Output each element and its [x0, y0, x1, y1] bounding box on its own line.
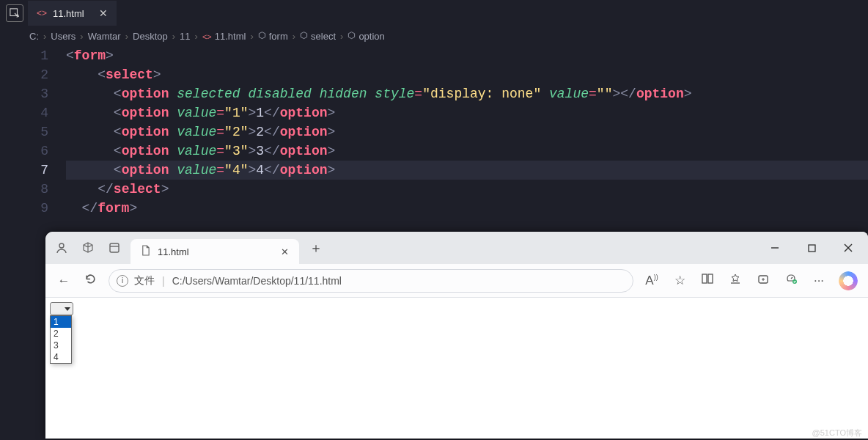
browser-toolbar: ← i 文件 | C:/Users/Wamtar/Desktop/11/11.h…	[45, 264, 868, 298]
breadcrumb-segment[interactable]: 11.html	[215, 31, 246, 42]
editor-tab-label: 11.html	[53, 8, 84, 19]
svg-rect-8	[702, 274, 707, 283]
chevron-right-icon: ›	[42, 31, 48, 42]
performance-icon[interactable]	[783, 273, 799, 288]
chevron-right-icon: ›	[291, 31, 297, 42]
line-gutter: 123456789	[0, 46, 66, 218]
address-prefix: 文件	[134, 274, 155, 287]
chevron-right-icon: ›	[171, 31, 177, 42]
panel-icon[interactable]	[104, 238, 125, 258]
browser-tab-active[interactable]: 11.html ✕	[130, 239, 299, 264]
favorites-bar-icon[interactable]	[727, 273, 743, 288]
code-line[interactable]: </select>	[66, 180, 868, 199]
editor-tab-bar: <> 11.html ✕	[0, 0, 868, 26]
breadcrumb-segment[interactable]: C:	[29, 31, 39, 42]
code-line[interactable]: <option selected disabled hidden style="…	[66, 84, 868, 103]
code-line[interactable]: <select>	[66, 65, 868, 84]
code-editor[interactable]: 123456789 <form> <select> <option select…	[0, 46, 868, 218]
breadcrumb-segment[interactable]: option	[358, 31, 384, 42]
cube-icon[interactable]	[78, 238, 98, 258]
editor-tab-active[interactable]: <> 11.html ✕	[28, 1, 117, 26]
chevron-right-icon: ›	[124, 31, 130, 42]
split-icon[interactable]	[699, 273, 716, 288]
chevron-right-icon: ›	[194, 31, 199, 42]
svg-rect-5	[809, 245, 815, 252]
collections-icon[interactable]	[755, 273, 771, 288]
maximize-button[interactable]	[796, 237, 827, 259]
close-window-button[interactable]	[833, 237, 864, 259]
code-line[interactable]: <option value="1">1</option>	[66, 103, 868, 122]
inspect-icon[interactable]	[6, 4, 23, 22]
code-line[interactable]: <option value="4">4</option>	[66, 161, 868, 180]
element-icon	[347, 32, 356, 41]
watermark: @51CTO博客	[812, 428, 862, 439]
refresh-button[interactable]	[82, 273, 98, 289]
breadcrumb[interactable]: C: › Users › Wamtar › Desktop › 11 › <> …	[0, 26, 868, 46]
address-path: C:/Users/Wamtar/Desktop/11/11.html	[172, 275, 342, 287]
chevron-right-icon: ›	[339, 31, 345, 42]
chevron-right-icon: ›	[78, 31, 84, 42]
select-element[interactable]	[50, 302, 73, 315]
select-option[interactable]: 1	[51, 316, 71, 328]
select-option[interactable]: 2	[51, 328, 71, 340]
select-dropdown[interactable]: 1234	[50, 315, 72, 364]
html-file-icon: <>	[37, 8, 47, 18]
browser-tab-title: 11.html	[158, 246, 189, 257]
close-icon[interactable]: ✕	[281, 246, 289, 257]
element-icon	[300, 32, 308, 41]
back-button[interactable]: ←	[56, 274, 72, 288]
breadcrumb-segment[interactable]: Desktop	[133, 31, 168, 42]
favorite-icon[interactable]: ☆	[672, 273, 688, 288]
new-tab-button[interactable]: ＋	[305, 239, 327, 257]
html-file-icon: <>	[202, 32, 212, 41]
code-line[interactable]: <form>	[66, 46, 868, 65]
breadcrumb-segment[interactable]: 11	[180, 31, 190, 42]
browser-window: 11.html ✕ ＋ ← i 文件 | C:/Users/Wamtar/Des…	[45, 232, 868, 439]
code-line[interactable]: <option value="3">3</option>	[66, 142, 868, 161]
page-icon	[141, 245, 150, 258]
copilot-icon[interactable]	[839, 271, 858, 290]
svg-rect-2	[110, 243, 119, 252]
breadcrumb-segment[interactable]: Wamtar	[88, 31, 121, 42]
svg-rect-9	[708, 274, 713, 283]
chevron-right-icon: ›	[249, 31, 254, 42]
more-icon[interactable]: ···	[811, 274, 827, 288]
profile-icon[interactable]	[51, 238, 72, 258]
code-content[interactable]: <form> <select> <option selected disable…	[66, 46, 868, 218]
breadcrumb-segment[interactable]: form	[269, 31, 288, 42]
breadcrumb-segment[interactable]: select	[311, 31, 336, 42]
info-icon[interactable]: i	[117, 275, 128, 287]
read-aloud-icon[interactable]: A))	[644, 274, 660, 288]
code-line[interactable]: </form>	[66, 199, 868, 218]
svg-point-1	[59, 243, 64, 248]
browser-viewport: 1234	[45, 298, 868, 439]
address-bar[interactable]: i 文件 | C:/Users/Wamtar/Desktop/11/11.htm…	[108, 269, 633, 293]
minimize-button[interactable]	[760, 237, 790, 259]
code-line[interactable]: <option value="2">2</option>	[66, 122, 868, 142]
browser-tabstrip: 11.html ✕ ＋	[45, 232, 868, 264]
select-option[interactable]: 4	[51, 351, 71, 363]
close-icon[interactable]: ✕	[99, 7, 108, 19]
window-controls	[760, 232, 864, 264]
element-icon	[258, 32, 266, 41]
select-option[interactable]: 3	[51, 340, 71, 351]
breadcrumb-segment[interactable]: Users	[51, 31, 76, 42]
